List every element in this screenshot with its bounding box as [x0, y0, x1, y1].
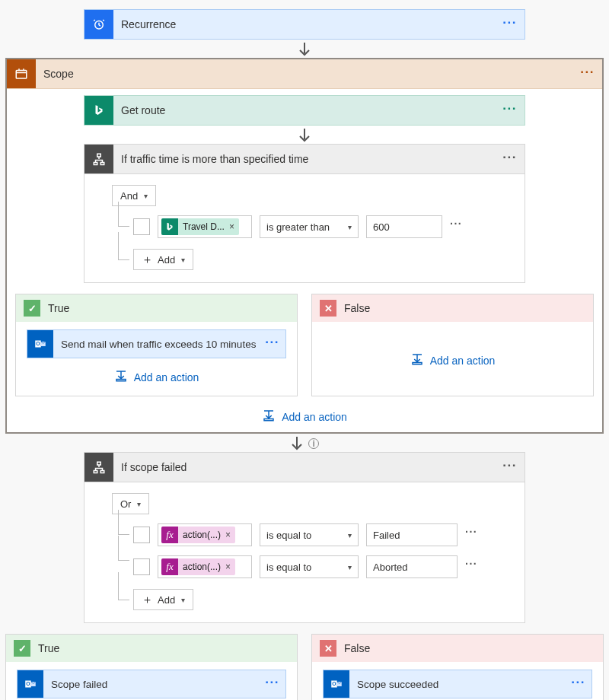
svg-rect-10: [97, 462, 101, 465]
travel-duration-token[interactable]: Travel D... ×: [161, 218, 239, 235]
add-condition-button[interactable]: ＋ Add ▾: [133, 249, 193, 270]
false-header: ✕ False: [312, 635, 603, 662]
more-icon[interactable]: ···: [502, 18, 517, 31]
condition-traffic-time: If traffic time is more than specified t…: [84, 144, 525, 283]
add-action-label: Add an action: [282, 411, 347, 423]
operand-field[interactable]: fx action(...) ×: [158, 555, 252, 578]
svg-text:O: O: [26, 681, 30, 686]
recurrence-title: Recurrence: [113, 18, 502, 30]
more-icon[interactable]: ···: [502, 152, 517, 166]
arrow-down-icon: [14, 126, 595, 144]
more-icon[interactable]: ···: [502, 460, 517, 474]
condition-icon: [84, 145, 113, 173]
operand-field[interactable]: Travel D... ×: [158, 215, 252, 238]
more-icon[interactable]: ···: [502, 103, 517, 117]
add-action-button[interactable]: Add an action: [14, 409, 595, 425]
value-input[interactable]: 600: [366, 215, 442, 238]
false-branch: ✕ False Add an action: [311, 294, 594, 396]
chevron-down-icon: ▾: [348, 223, 352, 231]
joiner-label: Or: [120, 498, 131, 510]
operand-field[interactable]: fx action(...) ×: [158, 523, 252, 546]
close-icon: ✕: [320, 300, 336, 317]
chevron-down-icon: ▾: [348, 563, 352, 571]
token-remove-icon[interactable]: ×: [225, 530, 235, 540]
operator-select[interactable]: is equal to ▾: [260, 523, 359, 546]
token-remove-icon[interactable]: ×: [229, 221, 239, 232]
chevron-down-icon: ▾: [181, 256, 185, 264]
operator-select[interactable]: is equal to ▾: [260, 555, 359, 578]
scope-succeeded-action[interactable]: O Scope succeeded ···: [323, 670, 592, 698]
operator-label: is equal to: [266, 530, 311, 541]
info-icon[interactable]: i: [308, 438, 319, 449]
get-route-card[interactable]: Get route ···: [84, 95, 525, 126]
svg-rect-9: [264, 419, 273, 421]
condition-header[interactable]: If traffic time is more than specified t…: [84, 145, 525, 174]
outlook-icon: O: [324, 670, 349, 698]
condition-title: If traffic time is more than specified t…: [113, 153, 502, 165]
condition-header[interactable]: If scope failed ···: [84, 453, 525, 482]
add-action-button[interactable]: Add an action: [27, 369, 286, 385]
true-header: ✓ True: [16, 294, 297, 322]
scope-failed-action[interactable]: O Scope failed ···: [17, 670, 286, 698]
outlook-icon: O: [18, 670, 43, 698]
svg-rect-7: [116, 380, 126, 381]
close-icon: ✕: [320, 640, 336, 657]
add-condition-button[interactable]: ＋ Add ▾: [133, 589, 193, 610]
fx-token[interactable]: fx action(...) ×: [161, 527, 235, 543]
add-action-label: Add an action: [430, 355, 496, 367]
condition-title: If scope failed: [113, 461, 502, 473]
chevron-down-icon: ▾: [181, 596, 185, 604]
value-text: 600: [373, 221, 390, 233]
svg-rect-4: [100, 163, 104, 165]
scope-title: Scope: [36, 68, 580, 80]
outlook-icon: O: [27, 330, 53, 358]
svg-rect-8: [413, 363, 422, 364]
svg-text:O: O: [36, 341, 40, 346]
fx-token[interactable]: fx action(...) ×: [161, 558, 235, 575]
more-icon[interactable]: ···: [465, 562, 477, 572]
bing-icon: [84, 96, 113, 125]
add-action-icon: [114, 369, 128, 385]
scope-container: Scope ··· Get route ···: [5, 58, 604, 434]
add-action-button[interactable]: Add an action: [323, 352, 582, 368]
true-label: True: [38, 642, 59, 654]
arrow-down-icon: i: [5, 434, 604, 452]
row-checkbox[interactable]: [133, 527, 150, 543]
true-branch: ✓ True O Scope failed ··· Add an action: [5, 634, 298, 700]
action-title: Scope failed: [43, 679, 265, 690]
plus-icon: ＋: [142, 253, 153, 267]
send-mail-action[interactable]: O Send mail when traffic exceeds 10 minu…: [27, 329, 286, 358]
get-route-title: Get route: [113, 104, 502, 116]
svg-rect-11: [94, 471, 97, 473]
value-text: Failed: [373, 530, 400, 541]
action-title: Scope succeeded: [349, 679, 571, 690]
more-icon[interactable]: ···: [450, 221, 462, 232]
condition-icon: [84, 453, 113, 482]
token-label: Travel D...: [178, 221, 229, 232]
action-title: Send mail when traffic exceeds 10 minute…: [53, 339, 265, 350]
row-checkbox[interactable]: [133, 558, 150, 575]
more-icon[interactable]: ···: [265, 337, 285, 351]
chevron-down-icon: ▾: [348, 531, 352, 539]
more-icon[interactable]: ···: [265, 677, 285, 691]
false-header: ✕ False: [312, 294, 593, 322]
scope-header[interactable]: Scope ···: [7, 59, 602, 89]
row-checkbox[interactable]: [133, 218, 150, 235]
value-input[interactable]: Failed: [366, 523, 458, 546]
value-text: Aborted: [373, 562, 408, 573]
false-label: False: [344, 302, 370, 314]
operator-select[interactable]: is greater than ▾: [260, 215, 359, 238]
plus-icon: ＋: [142, 593, 153, 607]
value-input[interactable]: Aborted: [366, 555, 458, 578]
more-icon[interactable]: ···: [571, 677, 591, 691]
chevron-down-icon: ▾: [144, 192, 148, 200]
add-label: Add: [158, 254, 175, 266]
token-remove-icon[interactable]: ×: [225, 562, 235, 572]
more-icon[interactable]: ···: [465, 530, 477, 540]
joiner-label: And: [120, 190, 138, 202]
true-label: True: [48, 302, 69, 314]
fx-icon: fx: [161, 558, 178, 575]
more-icon[interactable]: ···: [580, 67, 595, 81]
recurrence-card[interactable]: Recurrence ···: [84, 9, 525, 40]
operator-label: is greater than: [266, 221, 330, 233]
